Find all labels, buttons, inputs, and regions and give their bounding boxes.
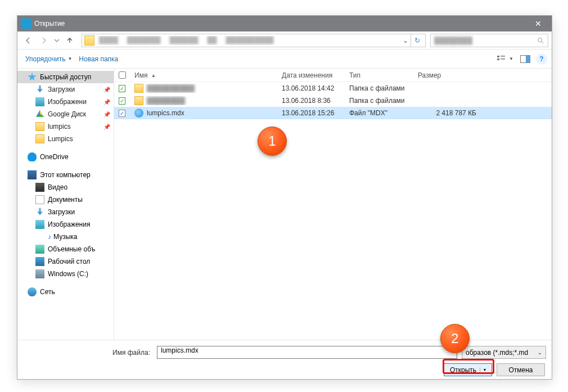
tree-pictures[interactable]: Изображени📌 — [17, 96, 114, 108]
tree-pictures2[interactable]: Изображения — [17, 218, 114, 231]
svg-rect-3 — [497, 58, 499, 60]
refresh-button[interactable]: ↻ — [411, 34, 423, 47]
nav-bar: █████████████████████████████ ⌄ ↻ ██████… — [17, 31, 552, 49]
cancel-button[interactable]: Отмена — [497, 363, 545, 376]
tree-downloads[interactable]: Загрузки📌 — [17, 83, 114, 96]
tree-desktop[interactable]: Рабочий стол — [17, 255, 114, 268]
pin-icon: 📌 — [103, 111, 110, 118]
folder-icon — [84, 35, 94, 46]
tree-drive-c[interactable]: Windows (C:) — [17, 268, 114, 280]
file-type: Папка с файлами — [345, 97, 413, 105]
view-options-button[interactable]: ▼ — [495, 52, 515, 66]
preview-pane-button[interactable] — [516, 52, 535, 66]
file-name: ████████ — [147, 97, 185, 105]
tree-music[interactable]: ♪Музыка — [17, 231, 114, 243]
file-name: ██████████ — [147, 84, 195, 92]
tree-onedrive[interactable]: OneDrive — [17, 151, 114, 163]
tree-lumpics2[interactable]: Lumpics — [17, 133, 114, 145]
file-name: lumpics.mdx — [147, 109, 184, 117]
tree-google-drive[interactable]: Google Диск📌 — [17, 108, 114, 120]
address-bar[interactable]: █████████████████████████████ ⌄ ↻ — [82, 34, 426, 47]
nav-forward-button[interactable] — [37, 34, 51, 47]
address-path: █████████████████████████████ — [97, 36, 400, 45]
tree-quick-access[interactable]: Быстрый доступ — [17, 71, 114, 83]
tree-video[interactable]: Видео — [17, 181, 114, 193]
folder-icon — [134, 96, 143, 105]
file-size: 2 418 787 КБ — [413, 109, 481, 117]
sort-asc-icon: ▲ — [151, 73, 156, 78]
file-type: Файл "MDX" — [345, 109, 413, 117]
organize-button[interactable]: Упорядочить▼ — [22, 53, 75, 65]
open-button[interactable]: Открыть▾ — [444, 363, 492, 376]
tree-downloads2[interactable]: Загрузки — [17, 206, 114, 218]
svg-rect-7 — [526, 55, 530, 62]
filetype-combo[interactable]: образов (*.mds;*.md⌄ — [462, 346, 546, 359]
file-date: 13.06.2018 14:42 — [277, 84, 345, 92]
tree-3d-objects[interactable]: Объемные объ — [17, 243, 114, 255]
col-checkbox[interactable] — [114, 71, 130, 79]
dialog-footer: Имя файла: lumpics.mdx образов (*.mds;*.… — [17, 340, 552, 379]
nav-back-button[interactable] — [21, 34, 35, 47]
row-checkbox[interactable] — [119, 110, 125, 117]
nav-recent-button[interactable] — [52, 34, 61, 47]
svg-rect-4 — [501, 56, 505, 57]
file-row[interactable]: ████████ 13.06.2018 8:36 Папка с файлами — [114, 94, 552, 107]
svg-rect-2 — [497, 56, 499, 57]
mdx-file-icon — [134, 109, 143, 118]
col-size-header[interactable]: Размер — [413, 71, 481, 79]
command-bar: Упорядочить▼ Новая папка ▼ ? — [17, 49, 552, 69]
file-type: Папка с файлами — [345, 84, 413, 92]
nav-up-button[interactable] — [62, 34, 77, 47]
annotation-badge-1: 1 — [258, 127, 287, 156]
tree-this-pc[interactable]: Этот компьютер — [17, 169, 114, 181]
row-checkbox[interactable] — [119, 97, 125, 105]
pin-icon: 📌 — [103, 99, 110, 105]
app-icon — [21, 19, 31, 29]
pin-icon: 📌 — [103, 124, 110, 130]
open-file-dialog: Открытие ✕ █████████████████████████████… — [17, 15, 552, 380]
file-date: 13.06.2018 8:36 — [277, 97, 345, 105]
file-row[interactable]: lumpics.mdx 13.06.2018 15:26 Файл "MDX" … — [114, 107, 552, 119]
svg-rect-5 — [501, 58, 505, 60]
tree-network[interactable]: Сеть — [17, 286, 114, 298]
file-date: 13.06.2018 15:26 — [277, 109, 345, 117]
tree-documents[interactable]: Документы — [17, 193, 114, 206]
new-folder-button[interactable]: Новая папка — [75, 53, 121, 65]
address-dropdown-icon[interactable]: ⌄ — [400, 37, 411, 44]
row-checkbox[interactable] — [119, 85, 125, 92]
titlebar: Открытие ✕ — [17, 16, 552, 31]
column-headers: Имя▲ Дата изменения Тип Размер — [114, 69, 552, 82]
svg-point-0 — [538, 38, 542, 42]
svg-line-1 — [542, 41, 544, 43]
search-icon — [537, 37, 544, 44]
pin-icon: 📌 — [103, 87, 110, 93]
help-button[interactable]: ? — [536, 53, 547, 65]
filename-input[interactable]: lumpics.mdx — [157, 346, 457, 359]
col-type-header[interactable]: Тип — [345, 71, 413, 79]
filename-label: Имя файла: — [23, 349, 152, 357]
tree-lumpics[interactable]: lumpics📌 — [17, 120, 114, 133]
col-date-header[interactable]: Дата изменения — [277, 71, 345, 79]
folder-icon — [134, 84, 143, 93]
file-list-pane: Имя▲ Дата изменения Тип Размер █████████… — [114, 69, 552, 340]
dialog-body: Быстрый доступ Загрузки📌 Изображени📌 Goo… — [17, 69, 552, 340]
file-row[interactable]: ██████████ 13.06.2018 14:42 Папка с файл… — [114, 82, 552, 94]
col-name-header[interactable]: Имя▲ — [130, 71, 277, 79]
window-title: Открытие — [34, 20, 527, 28]
close-button[interactable]: ✕ — [527, 16, 549, 31]
search-input[interactable]: ████████ — [430, 34, 548, 47]
annotation-badge-2: 2 — [440, 324, 470, 353]
navigation-tree[interactable]: Быстрый доступ Загрузки📌 Изображени📌 Goo… — [17, 69, 114, 340]
